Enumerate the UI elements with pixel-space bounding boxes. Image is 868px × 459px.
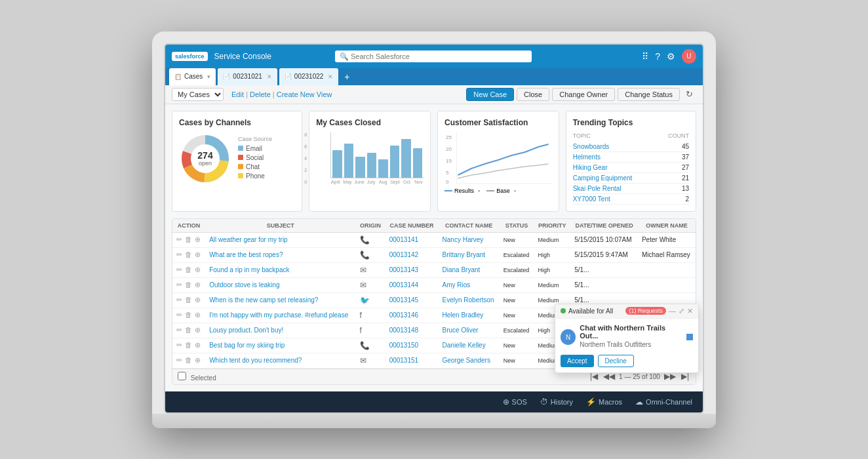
minimize-button[interactable]: —	[669, 307, 676, 315]
new-case-button[interactable]: New Case	[466, 88, 514, 101]
sos-button[interactable]: ⊕ SOS	[503, 397, 527, 407]
contact-link-2[interactable]: Diana Bryant	[443, 266, 481, 273]
case-number-cell-5[interactable]: 00013146	[385, 308, 439, 323]
accept-button[interactable]: Accept	[561, 355, 594, 367]
change-status-button[interactable]: Change Status	[618, 88, 680, 101]
delete-icon-1[interactable]: 🗑	[185, 250, 192, 259]
case-number-link-6[interactable]: 00013148	[389, 327, 419, 334]
subject-cell-7[interactable]: Best bag for my skiing trip	[205, 338, 355, 353]
help-icon[interactable]: ?	[655, 51, 660, 62]
col-status[interactable]: STATUS	[500, 219, 534, 233]
delete-icon-0[interactable]: 🗑	[185, 235, 192, 244]
refresh-button[interactable]: ↻	[682, 88, 696, 101]
subject-link-8[interactable]: Which tent do you recommend?	[209, 357, 302, 364]
delete-icon-3[interactable]: 🗑	[185, 281, 192, 289]
edit-icon-4[interactable]: ✏	[176, 296, 182, 304]
contact-link-0[interactable]: Nancy Harvey	[443, 236, 484, 243]
more-icon-2[interactable]: ⊕	[195, 266, 201, 274]
omni-channel-button[interactable]: ☁ Omni-Channel	[635, 397, 692, 407]
delete-icon-2[interactable]: 🗑	[185, 266, 192, 274]
contact-link-6[interactable]: Bruce Oliver	[443, 327, 479, 334]
search-bar[interactable]: 🔍	[335, 50, 532, 62]
history-button[interactable]: ⏱ History	[540, 397, 573, 407]
more-icon-0[interactable]: ⊕	[195, 235, 201, 244]
select-all-checkbox[interactable]	[178, 372, 186, 380]
edit-icon-5[interactable]: ✏	[176, 311, 182, 319]
subject-cell-5[interactable]: I'm not happy with my purchase. #refund …	[205, 308, 355, 323]
subject-cell-3[interactable]: Outdoor stove is leaking	[205, 277, 355, 292]
case-number-link-8[interactable]: 00013151	[389, 357, 419, 364]
more-icon-4[interactable]: ⊕	[195, 296, 201, 304]
tab-00231021[interactable]: 📄 00231021 ✕	[218, 68, 277, 85]
more-icon-1[interactable]: ⊕	[195, 250, 201, 259]
col-origin[interactable]: ORIGIN	[356, 219, 385, 233]
contact-link-7[interactable]: Danielle Kelley	[443, 342, 486, 349]
case-number-link-1[interactable]: 00013142	[389, 251, 419, 258]
trending-item-xy7000[interactable]: XY7000 Tent 2	[573, 194, 689, 205]
search-input[interactable]	[335, 50, 532, 62]
more-icon-3[interactable]: ⊕	[195, 281, 201, 289]
delete-icon-8[interactable]: 🗑	[185, 356, 192, 365]
edit-link[interactable]: Edit	[231, 90, 250, 98]
settings-icon[interactable]: ⚙	[667, 51, 675, 62]
edit-icon-8[interactable]: ✏	[176, 356, 182, 365]
create-view-link[interactable]: Create New View	[277, 90, 332, 98]
first-page-button[interactable]: |◀	[589, 372, 599, 381]
subject-link-3[interactable]: Outdoor stove is leaking	[209, 281, 279, 289]
subject-link-5[interactable]: I'm not happy with my purchase. #refund …	[209, 311, 348, 319]
case-number-link-5[interactable]: 00013146	[389, 311, 419, 319]
col-date-opened[interactable]: DATE/TIME OPENED	[570, 219, 638, 233]
contact-cell-8[interactable]: George Sanders	[439, 353, 500, 368]
macros-button[interactable]: ⚡ Macros	[586, 397, 622, 407]
more-icon-5[interactable]: ⊕	[195, 311, 201, 319]
edit-icon-6[interactable]: ✏	[176, 326, 182, 334]
change-owner-button[interactable]: Change Owner	[552, 88, 615, 101]
user-avatar[interactable]: U	[682, 49, 696, 64]
tab-cases[interactable]: 📋 Cases ▾	[169, 68, 216, 85]
trending-item-camping[interactable]: Camping Equipment 21	[573, 173, 689, 184]
col-contact-name[interactable]: CONTACT NAME	[439, 219, 500, 233]
subject-cell-6[interactable]: Lousy product. Don't buy!	[205, 323, 355, 338]
case-number-link-3[interactable]: 00013144	[389, 281, 419, 289]
trending-item-hiking[interactable]: Hiking Gear 27	[573, 163, 689, 173]
contact-link-5[interactable]: Helen Bradley	[443, 311, 484, 319]
col-owner-name[interactable]: OWNER NAME	[638, 219, 696, 233]
next-page-button[interactable]: ▶▶	[663, 372, 677, 381]
trending-item-skai[interactable]: Skai Pole Rental 13	[573, 184, 689, 194]
subject-link-2[interactable]: Found a rip in my backpack	[209, 266, 289, 273]
delete-icon-6[interactable]: 🗑	[185, 326, 192, 334]
tab-00231022[interactable]: 📄 00231022 ✕	[279, 68, 339, 85]
contact-cell-7[interactable]: Danielle Kelley	[439, 338, 500, 353]
case-number-cell-7[interactable]: 00013150	[385, 338, 439, 353]
subject-link-1[interactable]: What are the best ropes?	[209, 251, 283, 258]
contact-cell-2[interactable]: Diana Bryant	[439, 262, 500, 277]
case-number-cell-0[interactable]: 00013141	[385, 232, 439, 247]
col-action[interactable]: ACTION	[172, 219, 205, 233]
view-select[interactable]: My Cases	[172, 88, 224, 101]
case-number-cell-4[interactable]: 00013145	[385, 292, 439, 308]
subject-link-0[interactable]: All weather gear for my trip	[209, 236, 288, 243]
contact-link-3[interactable]: Amy Rios	[443, 281, 471, 289]
contact-cell-1[interactable]: Brittany Bryant	[439, 247, 500, 262]
trending-item-snowboards[interactable]: Snowboards 45	[573, 142, 689, 152]
delete-icon-5[interactable]: 🗑	[185, 311, 192, 319]
edit-icon-1[interactable]: ✏	[176, 250, 182, 259]
case-number-cell-1[interactable]: 00013142	[385, 247, 439, 262]
contact-cell-6[interactable]: Bruce Oliver	[439, 323, 500, 338]
tab1-close[interactable]: ✕	[267, 73, 272, 80]
contact-cell-5[interactable]: Helen Bradley	[439, 308, 500, 323]
more-icon-6[interactable]: ⊕	[195, 326, 201, 334]
subject-link-6[interactable]: Lousy product. Don't buy!	[209, 327, 283, 334]
subject-cell-4[interactable]: When is the new camp set releasing?	[205, 292, 355, 308]
case-number-link-2[interactable]: 00013143	[389, 266, 419, 273]
case-number-cell-8[interactable]: 00013151	[385, 353, 439, 368]
contact-cell-0[interactable]: Nancy Harvey	[439, 232, 500, 247]
grid-icon[interactable]: ⠿	[642, 51, 648, 62]
contact-cell-4[interactable]: Evelyn Robertson	[439, 292, 500, 308]
contact-link-4[interactable]: Evelyn Robertson	[443, 296, 494, 304]
expand-button[interactable]: ⤢	[679, 307, 684, 315]
trending-item-helments[interactable]: Helments 37	[573, 152, 689, 163]
close-popup-button[interactable]: ✕	[687, 307, 693, 315]
more-icon-8[interactable]: ⊕	[195, 356, 201, 365]
subject-link-7[interactable]: Best bag for my skiing trip	[209, 342, 285, 349]
